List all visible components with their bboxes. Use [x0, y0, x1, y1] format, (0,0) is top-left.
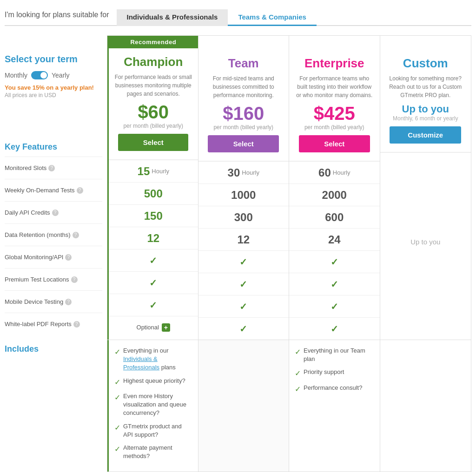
feature-cell-enterprise-6: ✓	[289, 295, 380, 317]
feature-cell-team-0: 30Hourly	[198, 161, 289, 184]
plan-col-team: TeamFor mid-sized teams and businesses c…	[198, 36, 290, 340]
feature-val-champion-2: 150	[144, 210, 163, 223]
includes-text-champion-2: Even more History visualization and queu…	[123, 392, 192, 418]
sidebar-feature-5: Premium Test Locations?	[5, 268, 102, 290]
includes-text-champion-1: Highest queue priority?	[123, 377, 185, 385]
feature-val-team-1: 1000	[231, 189, 256, 202]
sidebar-feature-2: Daily API Credits?	[5, 201, 102, 223]
plan-price-custom: Up to you	[386, 103, 466, 115]
feature-cell-champion-6: ✓	[109, 294, 198, 316]
sidebar-feature-3: Data Retention (months)?	[5, 223, 102, 246]
select-btn-enterprise[interactable]: Select	[299, 135, 370, 152]
check-icon: ✓	[331, 256, 338, 268]
help-icon-5[interactable]: ?	[71, 276, 78, 283]
page-container: { "header": { "label": "I'm looking for …	[0, 0, 476, 472]
includes-col-team	[198, 340, 290, 472]
feature-cell-champion-4: ✓	[109, 249, 198, 271]
includes-col-enterprise: ✓Everything in our Team plan✓Priority su…	[289, 340, 380, 472]
savings-text: You save 15% on a yearly plan!	[5, 84, 102, 91]
includes-item-enterprise-0: ✓Everything in our Team plan	[295, 347, 374, 363]
plan-name-custom: Custom	[386, 56, 466, 71]
feature-label-2: Daily API Credits	[5, 209, 50, 216]
sidebar-feature-1: Weekly On-Demand Tests?	[5, 179, 102, 201]
feature-label-4: Global Monitoring/API	[5, 254, 63, 261]
includes-text-champion-4: Alternate payment methods?	[123, 444, 192, 460]
plus-icon[interactable]: +	[162, 323, 170, 332]
feature-cell-enterprise-0: 60Hourly	[289, 161, 380, 184]
key-features-title: Key Features	[5, 142, 102, 152]
includes-check: ✓	[295, 347, 301, 357]
help-icon-inc-champion-3[interactable]: ?	[155, 431, 158, 438]
help-icon-6[interactable]: ?	[65, 299, 72, 305]
check-icon: ✓	[239, 301, 247, 312]
sidebar-feature-6: Mobile Device Testing?	[5, 290, 102, 313]
hourly-label: Hourly	[333, 169, 350, 176]
sidebar-feature-4: Global Monitoring/API?	[5, 246, 102, 268]
select-btn-champion[interactable]: Select	[118, 134, 188, 151]
help-icon-3[interactable]: ?	[73, 232, 79, 238]
includes-item-enterprise-2: ✓Performance consult?	[295, 384, 374, 394]
help-icon-0[interactable]: ?	[48, 165, 55, 171]
feature-cell-team-5: ✓	[198, 273, 289, 295]
help-icon-2[interactable]: ?	[52, 210, 59, 216]
includes-link-champion[interactable]: Individuals & Professionals	[123, 355, 159, 371]
includes-check: ✓	[114, 444, 120, 454]
tab-individuals[interactable]: Individuals & Professionals	[117, 9, 228, 26]
select-btn-team[interactable]: Select	[208, 135, 279, 152]
check-icon: ✓	[331, 301, 338, 312]
help-icon-inc-champion-2[interactable]: ?	[156, 409, 159, 416]
plan-header-custom: CustomLooking for something more? Reach …	[380, 50, 471, 152]
feature-val-enterprise-3: 24	[328, 233, 341, 246]
includes-item-champion-1: ✓Highest queue priority?	[114, 377, 192, 387]
check-icon: ✓	[239, 323, 247, 334]
plan-col-custom: CustomLooking for something more? Reach …	[380, 36, 471, 340]
help-icon-inc-champion-4[interactable]: ?	[146, 452, 150, 459]
plan-period-enterprise: per month (billed yearly)	[295, 124, 374, 131]
sidebar: Select your term Monthly Yearly You save…	[5, 35, 107, 472]
help-icon-4[interactable]: ?	[65, 254, 72, 261]
feature-label-6: Mobile Device Testing	[5, 298, 63, 305]
includes-item-champion-2: ✓Even more History visualization and que…	[114, 392, 192, 418]
feature-cell-enterprise-5: ✓	[289, 273, 380, 295]
term-title: Select your term	[5, 54, 102, 65]
includes-text-enterprise-2: Performance consult?	[304, 384, 362, 392]
plan-desc-team: For mid-sized teams and businesses commi…	[204, 74, 284, 99]
help-icon-inc-champion-1[interactable]: ?	[182, 377, 185, 384]
recommended-badge: Recommended	[109, 36, 198, 48]
check-icon: ✓	[239, 279, 247, 290]
select-btn-custom[interactable]: Customize	[390, 126, 461, 144]
optional-cell: Optional +	[137, 323, 170, 332]
feature-val-team-3: 12	[237, 233, 250, 246]
includes-check: ✓	[295, 368, 301, 379]
check-icon: ✓	[331, 323, 338, 334]
feature-cell-team-7: ✓	[198, 317, 289, 340]
includes-check: ✓	[114, 347, 120, 357]
feature-cell-team-3: 12	[198, 228, 289, 250]
includes-col-custom	[380, 340, 471, 472]
help-icon-1[interactable]: ?	[77, 187, 83, 194]
includes-text-champion-3: GTmetrix product and API support?	[123, 422, 192, 439]
plan-period-custom: Monthly, 6 month or yearly	[386, 115, 466, 122]
feature-label-0: Monitored Slots	[5, 164, 46, 171]
tab-teams[interactable]: Teams & Companies	[228, 9, 316, 26]
feature-cell-champion-0: 15Hourly	[109, 160, 198, 182]
plan-name-enterprise: Enterprise	[295, 56, 374, 71]
includes-check: ✓	[114, 393, 120, 403]
plan-header-champion: ChampionFor performance leads or small b…	[109, 48, 198, 160]
plan-header-team: TeamFor mid-sized teams and businesses c…	[198, 50, 289, 161]
term-toggle-switch[interactable]	[31, 71, 48, 79]
includes-check: ✓	[295, 384, 301, 394]
plan-period-champion: per month (billed yearly)	[114, 123, 192, 129]
feature-val-champion-3: 12	[147, 232, 159, 245]
feature-val-champion-0: 15	[138, 165, 150, 178]
yearly-label: Yearly	[52, 72, 69, 79]
plan-col-enterprise: EnterpriseFor performance teams who buil…	[289, 36, 380, 340]
feature-val-enterprise-1: 2000	[322, 189, 347, 202]
help-icon-7[interactable]: ?	[73, 321, 80, 328]
plan-name-champion: Champion	[114, 55, 192, 69]
monthly-label: Monthly	[5, 72, 27, 79]
feature-cell-team-2: 300	[198, 206, 289, 228]
feature-label-1: Weekly On-Demand Tests	[5, 187, 75, 194]
help-icon-inc-enterprise-2[interactable]: ?	[359, 384, 362, 391]
includes-item-enterprise-1: ✓Priority support	[295, 368, 374, 379]
